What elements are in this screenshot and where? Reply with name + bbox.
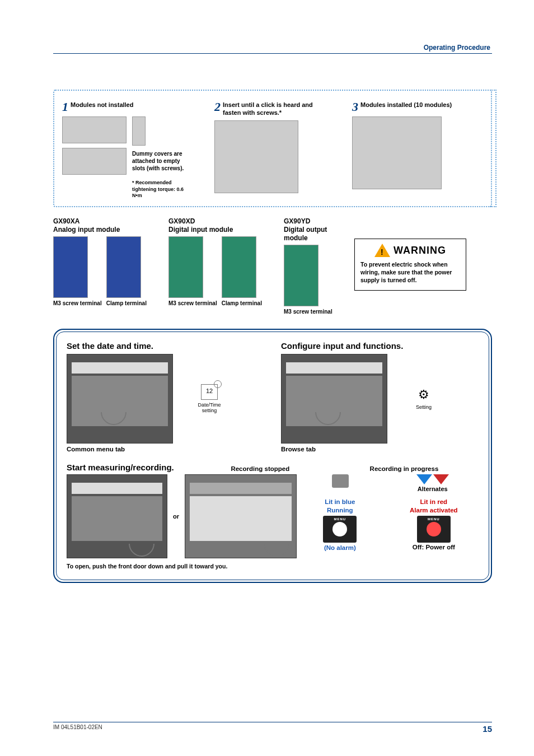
step-1-title: Modules not installed xyxy=(71,101,133,109)
insert-module-image xyxy=(214,120,298,193)
set-datetime-title: Set the date and time. xyxy=(67,341,264,351)
start-measuring-title: Start measuring/recording. xyxy=(67,463,174,472)
module-gx90yd: GX90YDDigital output module M3 screw ter… xyxy=(284,217,345,315)
step-1-num: 1 xyxy=(62,101,68,113)
gx90xd-screw-image xyxy=(168,236,203,298)
gx90yd-cap1: M3 screw terminal xyxy=(284,309,332,315)
lit-red-label: Lit in red xyxy=(410,498,458,506)
setting-icon-cap: Setting xyxy=(416,404,432,410)
gx90xa-code: GX90XA xyxy=(53,217,79,225)
warning-icon xyxy=(374,244,390,257)
status-alarm-group: Lit in red Alarm activated MENU Off: Pow… xyxy=(410,498,458,552)
gx90yd-code: GX90YD xyxy=(284,217,310,225)
rack-empty-top-image xyxy=(62,116,127,143)
open-door-note: To open, push the front door down and pu… xyxy=(67,563,479,570)
common-menu-tab-caption: Common menu tab xyxy=(67,446,264,452)
gx90xa-cap2: Clamp terminal xyxy=(106,300,147,307)
rec-progress-group: Alternates xyxy=(416,474,449,492)
calendar-icon: 12 xyxy=(201,384,218,400)
torque-note: * Recommended tightening torque: 0.6 N•m xyxy=(132,180,185,199)
sd-stopped-icon xyxy=(332,474,349,488)
gx90xa-screw-image xyxy=(53,236,88,298)
step-2: 2 Insert until a click is heard and fast… xyxy=(214,101,345,193)
gx90xa-name: Analog input module xyxy=(53,226,120,234)
step-3-title: Modules installed (10 modules) xyxy=(360,101,452,109)
set-datetime-screenshot xyxy=(67,354,173,444)
warning-column: WARNING To prevent electric shock when w… xyxy=(354,217,466,315)
rack-full-image xyxy=(352,116,442,189)
install-steps: 1 Modules not installed Dummy covers are… xyxy=(53,90,492,207)
rec-stopped-label: Recording stopped xyxy=(231,465,289,472)
step-1: 1 Modules not installed Dummy covers are… xyxy=(62,101,208,199)
page-footer: IM 04L51B01-02EN 15 xyxy=(53,722,492,734)
gx90xd-code: GX90XD xyxy=(168,217,195,225)
configure-title: Configure input and functions. xyxy=(281,341,479,351)
warning-word: WARNING xyxy=(394,245,446,256)
warning-box: WARNING To prevent electric shock when w… xyxy=(354,239,466,291)
gx90xd-cap1: M3 screw terminal xyxy=(168,300,217,307)
module-types-row: GX90XAAnalog input module M3 screw termi… xyxy=(53,217,492,315)
gx90xd-cap2: Clamp terminal xyxy=(222,300,262,307)
indicator-column: Alternates Lit in blue Running MENU xyxy=(302,474,479,552)
running-label: Running xyxy=(323,506,357,515)
dummy-cover-note: Dummy covers are attached to empty slots… xyxy=(132,150,185,172)
gx90yd-screw-image xyxy=(284,245,318,306)
configure-screenshot xyxy=(281,354,387,444)
measuring-screenshot-b xyxy=(185,474,297,558)
datetime-icon-cap: Date/Time setting xyxy=(190,402,229,413)
header-rule xyxy=(53,53,492,54)
gx90xa-cap1: M3 screw terminal xyxy=(53,300,102,307)
rec-progress-label: Recording in progress xyxy=(370,465,439,472)
set-datetime-section: Set the date and time. 12 Date/Time sett… xyxy=(67,341,264,452)
browse-tab-caption: Browse tab xyxy=(281,446,479,452)
or-label: or xyxy=(173,513,179,520)
clock-icon xyxy=(214,380,222,388)
no-alarm-label: (No alarm) xyxy=(323,544,357,552)
config-panel: Set the date and time. 12 Date/Time sett… xyxy=(53,329,492,583)
gx90yd-name: Digital output module xyxy=(284,226,327,242)
step-3-num: 3 xyxy=(352,101,358,113)
rack-empty-bottom-image xyxy=(62,148,127,175)
alarm-activated-label: Alarm activated xyxy=(410,506,458,515)
gear-icon: ⚙ xyxy=(418,388,429,402)
status-running-indicator: MENU xyxy=(323,516,357,543)
dummy-cover-image xyxy=(132,116,146,146)
header-section: Operating Procedure xyxy=(424,44,490,52)
status-running-group: Lit in blue Running MENU (No alarm) xyxy=(323,498,357,552)
setting-icon-block: ⚙ Setting xyxy=(404,379,443,418)
module-gx90xd: GX90XDDigital input module M3 screw term… xyxy=(168,217,275,315)
arrow-down-red-icon xyxy=(433,474,449,484)
configure-section: Configure input and functions. ⚙ Setting… xyxy=(281,341,479,452)
warning-text: To prevent electric shock when wiring, m… xyxy=(360,260,460,284)
power-off-label: Off: Power off xyxy=(410,544,458,550)
start-measuring-section: Start measuring/recording. Recording sto… xyxy=(67,463,479,570)
rec-stopped-group xyxy=(332,474,349,489)
gx90xd-clamp-image xyxy=(222,236,256,298)
step-2-num: 2 xyxy=(214,101,221,113)
measuring-screenshot-a xyxy=(67,474,167,558)
footer-doc-id: IM 04L51B01-02EN xyxy=(53,724,102,734)
footer-page-number: 15 xyxy=(483,724,492,734)
lit-blue-label: Lit in blue xyxy=(323,498,357,506)
module-gx90xa: GX90XAAnalog input module M3 screw termi… xyxy=(53,217,160,315)
alternates-label: Alternates xyxy=(416,486,449,492)
gx90xa-clamp-image xyxy=(106,236,141,298)
status-alarm-indicator: MENU xyxy=(417,516,451,543)
arrow-down-blue-icon xyxy=(416,474,432,484)
step-2-title: Insert until a click is heard and fasten… xyxy=(223,101,318,117)
step-3: 3 Modules installed (10 modules) xyxy=(352,101,483,189)
datetime-icon-block: 12 Date/Time setting xyxy=(190,379,229,418)
gx90xd-name: Digital input module xyxy=(168,226,233,234)
